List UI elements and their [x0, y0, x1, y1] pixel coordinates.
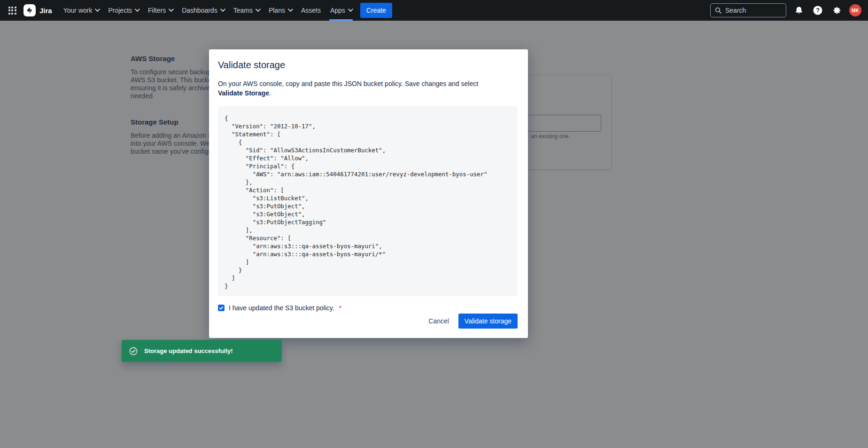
policy-updated-checkbox[interactable]	[218, 305, 225, 311]
nav-item-assets[interactable]: Assets	[296, 0, 326, 21]
chevron-down-icon	[220, 6, 225, 11]
chevron-down-icon	[348, 6, 353, 11]
nav-item-plans[interactable]: Plans	[264, 0, 296, 21]
nav-item-label: Dashboards	[182, 7, 217, 14]
app-switcher-icon[interactable]	[5, 3, 20, 18]
create-button[interactable]: Create	[360, 3, 392, 18]
success-toast[interactable]: Storage updated successfully!	[122, 340, 282, 362]
bucket-policy-json: { "Version": "2012-10-17", "Statement": …	[225, 114, 511, 290]
nav-item-label: Filters	[148, 7, 166, 14]
validate-storage-dialog: Validate storage On your AWS console, co…	[209, 49, 528, 338]
svg-text:?: ?	[816, 7, 820, 14]
validate-storage-button[interactable]: Validate storage	[458, 314, 518, 329]
search-icon	[715, 7, 721, 14]
nav-item-filters[interactable]: Filters	[143, 0, 177, 21]
notifications-bell-icon[interactable]	[793, 4, 805, 16]
dialog-description: On your AWS console, copy and paste this…	[218, 79, 500, 98]
brand-name: Jira	[39, 7, 52, 15]
nav-item-your-work[interactable]: Your work	[59, 0, 104, 21]
nav-item-label: Plans	[269, 7, 285, 14]
search-input[interactable]	[725, 7, 782, 14]
chevron-down-icon	[288, 6, 293, 11]
dialog-footer: Cancel Validate storage	[218, 314, 518, 329]
nav-item-projects[interactable]: Projects	[103, 0, 143, 21]
nav-item-teams[interactable]: Teams	[229, 0, 264, 21]
user-avatar[interactable]: MK	[849, 4, 861, 16]
dialog-title: Validate storage	[218, 60, 518, 71]
global-search[interactable]	[710, 3, 786, 17]
chevron-down-icon	[169, 6, 174, 11]
toast-message: Storage updated successfully!	[144, 347, 233, 354]
required-asterisk: *	[339, 304, 341, 312]
policy-updated-checkbox-label[interactable]: I have updated the S3 bucket policy.	[229, 304, 334, 312]
chevron-down-icon	[256, 6, 261, 11]
nav-item-label: Teams	[233, 7, 253, 14]
nav-item-label: Projects	[108, 7, 132, 14]
jira-logo-icon	[23, 4, 36, 16]
chevron-down-icon	[95, 6, 100, 11]
nav-item-label: Apps	[330, 7, 345, 14]
primary-nav-items: Your workProjectsFiltersDashboardsTeamsP…	[59, 0, 356, 21]
bucket-policy-code-block[interactable]: { "Version": "2012-10-17", "Statement": …	[218, 106, 518, 296]
jira-home-link[interactable]: Jira	[21, 4, 59, 16]
nav-item-label: Your work	[63, 7, 93, 14]
success-check-icon	[129, 347, 138, 355]
help-icon[interactable]: ?	[812, 4, 824, 16]
settings-gear-icon[interactable]	[830, 4, 843, 16]
cancel-button[interactable]: Cancel	[422, 314, 456, 329]
nav-item-apps[interactable]: Apps	[326, 0, 356, 21]
nav-item-dashboards[interactable]: Dashboards	[177, 0, 229, 21]
top-navigation: Jira Your workProjectsFiltersDashboardsT…	[0, 0, 868, 21]
chevron-down-icon	[135, 6, 140, 11]
nav-item-label: Assets	[301, 7, 321, 14]
